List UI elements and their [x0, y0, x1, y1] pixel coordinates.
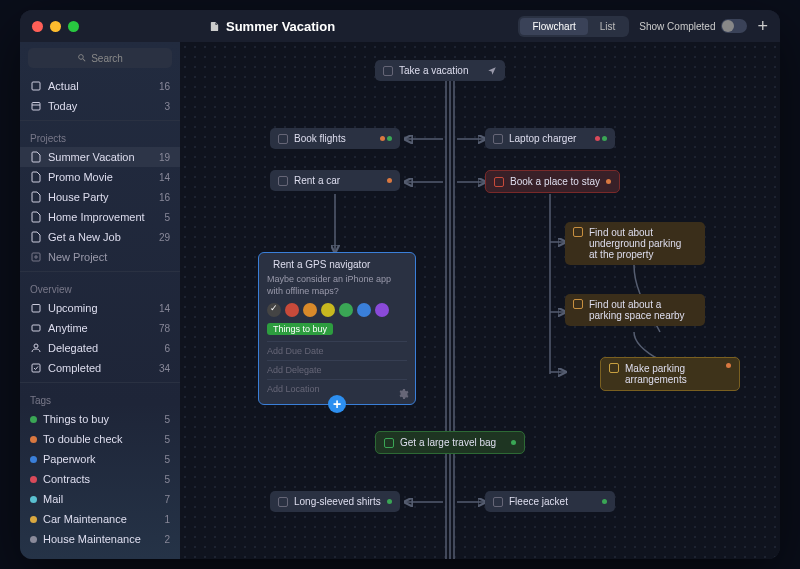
node-take-vacation[interactable]: Take a vacation	[375, 60, 505, 81]
checkbox-icon[interactable]	[609, 363, 619, 373]
node-book-place[interactable]: Book a place to stay	[485, 170, 620, 193]
view-flowchart-button[interactable]: Flowchart	[520, 18, 587, 35]
add-button[interactable]: +	[757, 16, 768, 37]
checkbox-icon[interactable]	[493, 134, 503, 144]
add-due-date-field[interactable]: Add Due Date	[267, 341, 407, 360]
minimize-window-button[interactable]	[50, 21, 61, 32]
view-list-button[interactable]: List	[588, 18, 628, 35]
location-arrow-icon	[487, 66, 497, 76]
sidebar-tag-item[interactable]: Things to buy5	[20, 409, 180, 429]
node-long-sleeved[interactable]: Long-sleeved shirts	[270, 491, 400, 512]
sidebar-item-delegated[interactable]: Delegated 6	[20, 338, 180, 358]
close-window-button[interactable]	[32, 21, 43, 32]
tag-dots	[511, 440, 516, 445]
tag-dot-icon	[30, 476, 37, 483]
document-icon	[30, 171, 42, 183]
document-icon	[30, 191, 42, 203]
sidebar-section-overview: Overview	[20, 276, 180, 298]
flowchart-canvas[interactable]: Take a vacation Book flights Laptop char…	[180, 42, 780, 559]
tag-dots	[602, 499, 607, 504]
svg-point-8	[34, 344, 38, 348]
tag-dot-icon	[30, 456, 37, 463]
toolbar-right: Flowchart List Show Completed +	[518, 16, 768, 37]
square-icon	[30, 80, 42, 92]
color-swatch[interactable]	[357, 303, 371, 317]
node-laptop-charger[interactable]: Laptop charger	[485, 128, 615, 149]
search-input[interactable]: Search	[28, 48, 172, 68]
gear-icon[interactable]	[397, 388, 409, 400]
color-swatch[interactable]	[285, 303, 299, 317]
svg-rect-7	[32, 325, 40, 331]
checkbox-icon[interactable]	[278, 497, 288, 507]
sidebar-tag-item[interactable]: Paperwork5	[20, 449, 180, 469]
checkbox-icon[interactable]	[383, 66, 393, 76]
sidebar-item-project[interactable]: Get a New Job 29	[20, 227, 180, 247]
page-title: Summer Vacation	[79, 19, 518, 34]
checkbox-icon[interactable]	[573, 299, 583, 309]
tag-dot-icon	[30, 436, 37, 443]
sidebar-item-project[interactable]: Home Improvement 5	[20, 207, 180, 227]
box-icon	[30, 322, 42, 334]
calendar-icon	[30, 302, 42, 314]
color-swatch[interactable]	[267, 303, 281, 317]
sidebar-tag-item[interactable]: To double check5	[20, 429, 180, 449]
tag-dot-icon	[30, 496, 37, 503]
color-swatch[interactable]	[339, 303, 353, 317]
traffic-lights	[32, 21, 79, 32]
sidebar-item-completed[interactable]: Completed 34	[20, 358, 180, 378]
search-icon	[77, 53, 87, 63]
add-delegate-field[interactable]: Add Delegate	[267, 360, 407, 379]
svg-rect-0	[32, 82, 40, 90]
node-parking-nearby[interactable]: Find out about a parking space nearby	[565, 294, 705, 326]
tag-dots	[387, 178, 392, 183]
node-fleece[interactable]: Fleece jacket	[485, 491, 615, 512]
checkbox-icon[interactable]	[278, 176, 288, 186]
color-swatch[interactable]	[321, 303, 335, 317]
sidebar-item-actual[interactable]: Actual 16	[20, 76, 180, 96]
node-editor[interactable]: Rent a GPS navigator Maybe consider an i…	[258, 252, 416, 405]
sidebar-section-tags: Tags	[20, 387, 180, 409]
app-window: Summer Vacation Flowchart List Show Comp…	[20, 10, 780, 559]
sidebar-tag-item[interactable]: House Maintenance2	[20, 529, 180, 549]
color-swatch[interactable]	[303, 303, 317, 317]
sidebar-item-project[interactable]: House Party 16	[20, 187, 180, 207]
document-icon	[30, 231, 42, 243]
checkbox-icon[interactable]	[278, 134, 288, 144]
sidebar-tag-item[interactable]: Mail7	[20, 489, 180, 509]
sidebar-tag-item[interactable]: Car Maintenance1	[20, 509, 180, 529]
color-swatch[interactable]	[375, 303, 389, 317]
document-icon	[209, 20, 220, 33]
check-icon	[30, 362, 42, 374]
show-completed-toggle[interactable]	[721, 19, 747, 33]
sidebar-item-anytime[interactable]: Anytime 78	[20, 318, 180, 338]
sidebar-tag-item[interactable]: Contracts5	[20, 469, 180, 489]
node-travel-bag[interactable]: Get a large travel bag	[375, 431, 525, 454]
checkbox-icon[interactable]	[493, 497, 503, 507]
sidebar-item-project[interactable]: Promo Movie 14	[20, 167, 180, 187]
sidebar-item-upcoming[interactable]: Upcoming 14	[20, 298, 180, 318]
sidebar-item-project[interactable]: Summer Vacation 19	[20, 147, 180, 167]
node-rent-car[interactable]: Rent a car	[270, 170, 400, 191]
tag-dots	[595, 136, 607, 141]
checkbox-icon[interactable]	[494, 177, 504, 187]
sidebar-section-projects: Projects	[20, 125, 180, 147]
maximize-window-button[interactable]	[68, 21, 79, 32]
checkbox-icon[interactable]	[573, 227, 583, 237]
node-underground-parking[interactable]: Find out about underground parking at th…	[565, 222, 705, 265]
tag-dot-icon	[30, 416, 37, 423]
svg-rect-6	[32, 305, 40, 313]
add-child-button[interactable]: +	[328, 395, 346, 413]
body: Search Actual 16 Today 3 Projects Summer…	[20, 42, 780, 559]
document-icon	[30, 211, 42, 223]
tag-dots	[380, 136, 392, 141]
node-book-flights[interactable]: Book flights	[270, 128, 400, 149]
sidebar-item-today[interactable]: Today 3	[20, 96, 180, 116]
node-parking-arrangements[interactable]: Make parking arrangements	[600, 357, 740, 391]
editor-tag-chip[interactable]: Things to buy	[267, 323, 333, 335]
checkbox-icon[interactable]	[384, 438, 394, 448]
tag-dots	[606, 179, 611, 184]
view-toggle: Flowchart List	[518, 16, 629, 37]
editor-description[interactable]: Maybe consider an iPhone app with offlin…	[267, 274, 407, 297]
sidebar-new-project-button[interactable]: New Project	[20, 247, 180, 267]
editor-title: Rent a GPS navigator	[273, 259, 370, 270]
